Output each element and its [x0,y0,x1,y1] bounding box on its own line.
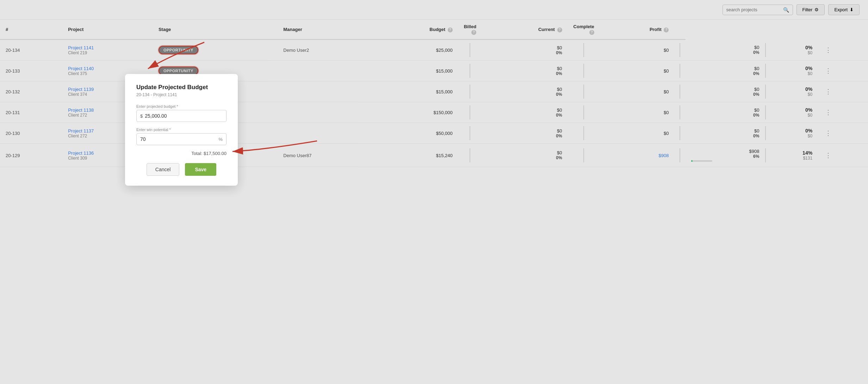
modal-title: Update Projected Budget [136,84,227,91]
projected-budget-label: Enter projected budget * [136,104,227,109]
projected-budget-field: Enter projected budget * $ [136,104,227,122]
modal-total: Total: $17,500.00 [136,151,227,156]
modal-subtitle: 20-134 - Project 1141 [136,92,227,97]
win-potential-input-wrapper: % [136,133,227,145]
currency-symbol: $ [140,113,143,119]
projected-budget-input[interactable] [145,113,223,119]
modal-actions: Cancel Save [136,163,227,167]
percent-suffix: % [218,137,223,142]
projected-budget-input-wrapper: $ [136,110,227,122]
cancel-button[interactable]: Cancel [147,163,180,167]
win-potential-input[interactable] [140,136,216,142]
update-projected-budget-modal: Update Projected Budget 20-134 - Project… [125,74,238,167]
modal-overlay[interactable]: Update Projected Budget 20-134 - Project… [0,0,868,167]
win-potential-label: Enter win potential * [136,128,227,132]
win-potential-field: Enter win potential * % [136,128,227,145]
save-button[interactable]: Save [185,163,216,167]
